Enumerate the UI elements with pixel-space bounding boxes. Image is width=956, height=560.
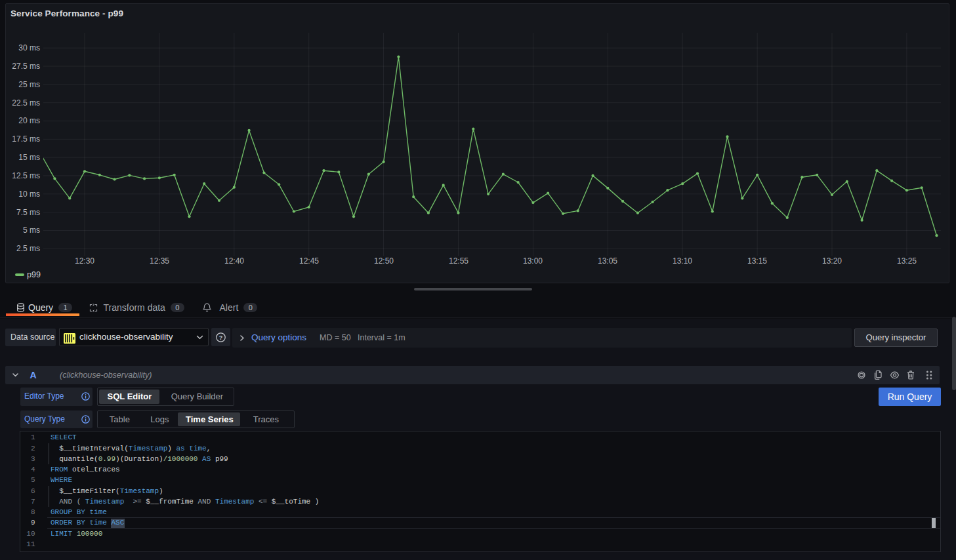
svg-text:p99: p99 <box>27 270 41 279</box>
svg-text:?: ? <box>219 334 223 340</box>
